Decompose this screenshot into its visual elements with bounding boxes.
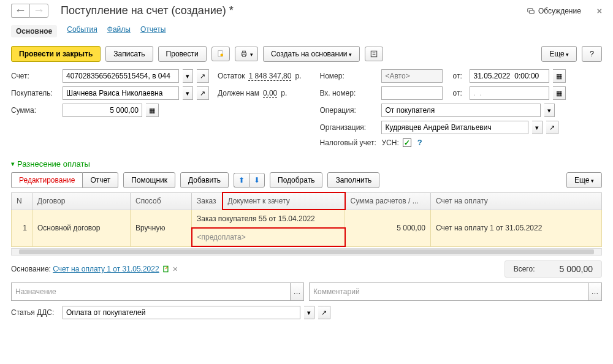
purpose-input[interactable]: Назначение bbox=[11, 282, 291, 301]
buyer-open[interactable]: ↗ bbox=[197, 86, 209, 100]
innum-label: Вх. номер: bbox=[319, 89, 378, 97]
related-button[interactable] bbox=[365, 47, 383, 62]
tax-help-icon[interactable]: ? bbox=[417, 138, 422, 147]
purpose-expand[interactable]: … bbox=[291, 282, 304, 301]
balance-value[interactable]: 1 848 347,80 bbox=[248, 72, 291, 81]
table-hscrollbar[interactable] bbox=[11, 248, 602, 256]
document-icon bbox=[216, 50, 225, 58]
col-sum[interactable]: Сумма расчетов / ... bbox=[345, 192, 431, 210]
date2-picker[interactable]: ▦ bbox=[553, 86, 566, 100]
owe-label: Должен нам bbox=[218, 89, 259, 97]
printer-icon bbox=[240, 50, 248, 58]
report-mode-button[interactable]: Отчет bbox=[82, 172, 118, 188]
post-button[interactable]: Провести bbox=[158, 46, 207, 62]
basis-clear-icon[interactable]: × bbox=[173, 264, 178, 274]
move-up-button[interactable]: ⬆ bbox=[234, 173, 249, 188]
page-title: Поступление на счет (создание) * bbox=[61, 4, 522, 17]
list-icon bbox=[370, 50, 378, 58]
payment-table: N Договор Способ Заказ Документ к зачету… bbox=[11, 192, 602, 247]
op-dropdown[interactable]: ▾ bbox=[544, 104, 555, 117]
buyer-input[interactable] bbox=[63, 86, 179, 100]
chat-icon bbox=[527, 7, 535, 15]
account-input[interactable] bbox=[63, 69, 179, 83]
tax-checkbox[interactable]: ✓ bbox=[403, 138, 411, 147]
edit-mode-button[interactable]: Редактирование bbox=[11, 172, 82, 188]
buyer-dropdown[interactable]: ▾ bbox=[183, 86, 193, 100]
col-method[interactable]: Способ bbox=[131, 192, 192, 210]
col-doc[interactable]: Документ к зачету bbox=[223, 192, 345, 210]
total-label: Всего: bbox=[514, 265, 535, 273]
basis-open-icon[interactable] bbox=[162, 265, 170, 274]
col-invoice[interactable]: Счет на оплату bbox=[431, 192, 602, 210]
op-input[interactable] bbox=[381, 104, 541, 117]
comment-expand[interactable]: … bbox=[588, 282, 602, 301]
helper-button[interactable]: Помощник bbox=[123, 172, 175, 188]
org-input[interactable] bbox=[381, 121, 528, 134]
close-icon[interactable]: × bbox=[597, 6, 602, 16]
tab-events[interactable]: События bbox=[67, 25, 97, 37]
post-and-close-button[interactable]: Провести и закрыть bbox=[11, 46, 101, 62]
svg-point-3 bbox=[220, 54, 223, 57]
tax-label: Налоговый учет: bbox=[319, 138, 378, 147]
help-button[interactable]: ? bbox=[582, 46, 602, 62]
tax-value: УСН: bbox=[381, 138, 398, 147]
col-order[interactable]: Заказ bbox=[192, 192, 223, 210]
svg-rect-5 bbox=[242, 51, 245, 53]
create-from-button[interactable]: Создать на основании bbox=[263, 46, 360, 62]
buyer-label: Покупатель: bbox=[11, 89, 59, 97]
col-n[interactable]: N bbox=[12, 192, 32, 210]
col-contract[interactable]: Договор bbox=[32, 192, 131, 210]
org-dropdown[interactable]: ▾ bbox=[532, 121, 543, 134]
more-button[interactable]: Еще bbox=[541, 46, 577, 62]
account-open[interactable]: ↗ bbox=[197, 69, 209, 83]
from-label: от: bbox=[452, 72, 466, 80]
basis-link[interactable]: Счет на оплату 1 от 31.05.2022 bbox=[53, 265, 159, 273]
table-row[interactable]: 1 Основной договор Вручную Заказ покупат… bbox=[12, 210, 602, 228]
dds-label: Статья ДДС: bbox=[11, 308, 59, 317]
org-open[interactable]: ↗ bbox=[546, 121, 558, 134]
op-label: Операция: bbox=[319, 106, 378, 115]
date-input[interactable] bbox=[470, 69, 549, 83]
sum-input[interactable] bbox=[63, 104, 142, 117]
pick-button[interactable]: Подобрать bbox=[270, 172, 322, 188]
svg-rect-1 bbox=[530, 10, 535, 13]
total-value: 5 000,00 bbox=[560, 264, 593, 274]
tab-files[interactable]: Файлы bbox=[107, 25, 131, 37]
move-down-button[interactable]: ⬇ bbox=[249, 173, 265, 188]
date-picker[interactable]: ▦ bbox=[553, 69, 566, 83]
attach-button[interactable] bbox=[211, 47, 230, 62]
dds-input[interactable] bbox=[63, 306, 300, 319]
print-button[interactable] bbox=[235, 47, 258, 62]
add-row-button[interactable]: Добавить bbox=[180, 172, 229, 188]
nav-fwd-button[interactable]: 🡒 bbox=[29, 4, 48, 18]
balance-label: Остаток bbox=[218, 72, 245, 80]
tabs-bar: Основное События Файлы Отчеты bbox=[11, 23, 602, 40]
sum-label: Сумма: bbox=[11, 106, 59, 115]
tab-main[interactable]: Основное bbox=[11, 25, 57, 37]
from2-label: от: bbox=[452, 89, 466, 97]
num-label: Номер: bbox=[319, 72, 378, 80]
comment-input[interactable]: Комментарий bbox=[309, 282, 588, 301]
payment-section-toggle[interactable]: Разнесение оплаты bbox=[11, 159, 90, 169]
fill-button[interactable]: Заполнить bbox=[327, 172, 379, 188]
save-button[interactable]: Записать bbox=[105, 46, 153, 62]
org-label: Организация: bbox=[319, 123, 378, 132]
dds-open[interactable]: ↗ bbox=[318, 306, 330, 319]
account-label: Счет: bbox=[11, 72, 59, 80]
num-input[interactable] bbox=[381, 69, 443, 83]
innum-input[interactable] bbox=[381, 86, 443, 100]
svg-rect-6 bbox=[242, 55, 245, 57]
sum-calc[interactable]: ▦ bbox=[146, 104, 159, 117]
dds-dropdown[interactable]: ▾ bbox=[304, 306, 314, 319]
owe-value[interactable]: 0,00 bbox=[263, 89, 277, 98]
nav-back-button[interactable]: 🡐 bbox=[11, 4, 29, 18]
grid-more-button[interactable]: Еще bbox=[566, 172, 602, 188]
date2-input[interactable] bbox=[470, 86, 549, 100]
account-dropdown[interactable]: ▾ bbox=[183, 69, 193, 83]
basis-label: Основание: bbox=[11, 265, 51, 273]
discussion-link[interactable]: Обсуждение bbox=[527, 7, 581, 15]
tab-reports[interactable]: Отчеты bbox=[140, 25, 166, 37]
